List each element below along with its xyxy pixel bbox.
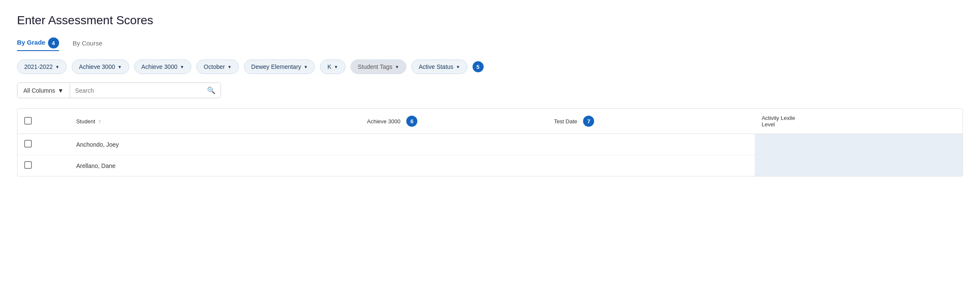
search-input-wrap: 🔍 [70,83,221,98]
filter-year[interactable]: 2021-2022 ▼ [17,60,67,74]
chevron-down-icon: ▼ [395,65,399,69]
search-bar: All Columns ▼ 🔍 [17,82,221,98]
chevron-down-icon: ▼ [55,65,59,69]
table-row: Anchondo, Joey [17,134,963,155]
chevron-down-icon: ▼ [334,65,338,69]
lexile-level-1 [755,134,963,155]
header-student[interactable]: Student ↑ [69,109,360,134]
lexile-level-2 [755,155,963,176]
test-date-2[interactable] [547,155,755,176]
by-grade-badge: 4 [48,37,59,48]
chevron-down-icon: ▼ [180,65,184,69]
row-checkbox-2[interactable] [17,155,69,176]
table-row: Arellano, Dane [17,155,963,176]
filter-student-tags[interactable]: Student Tags ▼ [351,60,406,74]
chevron-down-icon: ▼ [118,65,122,69]
testdate-badge: 7 [583,116,594,127]
filter-active-status[interactable]: Active Status ▼ [411,60,467,74]
student-name-2: Arellano, Dane [69,155,360,176]
sort-asc-icon: ↑ [99,119,101,125]
filter-month[interactable]: October ▼ [196,60,239,74]
search-columns-dropdown[interactable]: All Columns ▼ [17,84,70,97]
student-name-1: Anchondo, Joey [69,134,360,155]
search-icon: 🔍 [207,86,215,94]
tab-by-grade[interactable]: By Grade4 [17,37,59,51]
filters-badge: 5 [473,61,484,72]
chevron-down-icon: ▼ [227,65,232,69]
filter-grade[interactable]: K ▼ [320,60,345,74]
achieve-score-2[interactable] [360,155,547,176]
row-checkbox-1[interactable] [17,134,69,155]
select-all-checkbox[interactable] [24,117,32,125]
chevron-down-icon: ▼ [304,65,308,69]
filter-achieve2[interactable]: Achieve 3000 ▼ [134,60,192,74]
test-date-1[interactable] [547,134,755,155]
filters-row: 2021-2022 ▼ Achieve 3000 ▼ Achieve 3000 … [17,60,963,74]
header-checkbox[interactable] [17,109,69,134]
achieve-badge: 6 [406,116,417,127]
tabs-row: By Grade4 By Course [17,37,963,51]
header-achieve3000[interactable]: Achieve 3000 6 [360,109,547,134]
header-test-date[interactable]: Test Date 7 [547,109,755,134]
tab-by-course[interactable]: By Course [73,40,102,49]
page-title: Enter Assessment Scores [17,14,963,27]
data-table: Student ↑ Achieve 3000 6 Test Date 7 [17,108,963,176]
achieve-score-1[interactable] [360,134,547,155]
filter-school[interactable]: Dewey Elementary ▼ [244,60,315,74]
chevron-down-icon: ▼ [456,65,460,69]
header-lexile: Activity Lexile Level [755,109,963,134]
filter-achieve1[interactable]: Achieve 3000 ▼ [72,60,129,74]
table-header-row: Student ↑ Achieve 3000 6 Test Date 7 [17,109,963,134]
chevron-down-icon: ▼ [58,87,64,94]
search-input[interactable] [75,87,207,94]
